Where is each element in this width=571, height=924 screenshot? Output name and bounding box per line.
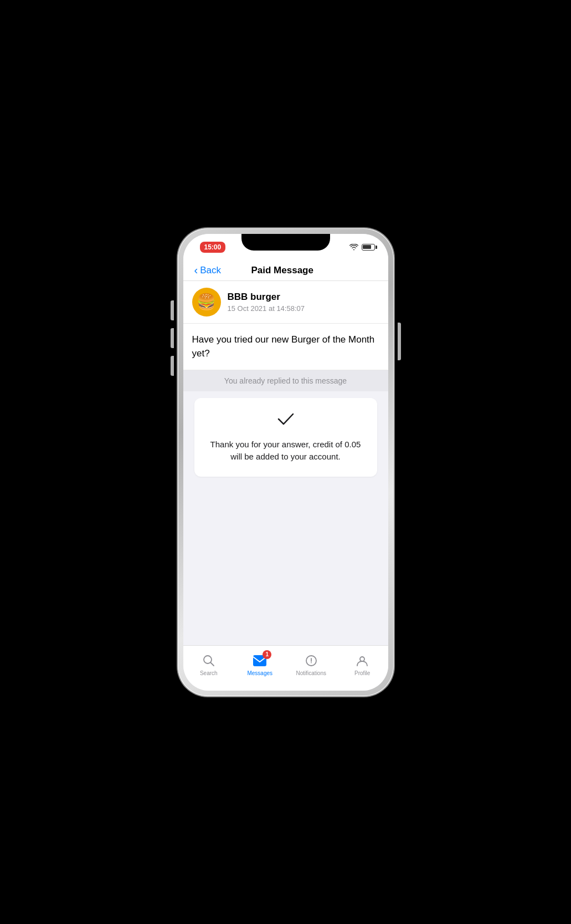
- reply-card-text: Thank you for your answer, credit of 0.0…: [205, 438, 366, 463]
- svg-point-5: [360, 657, 364, 661]
- already-replied-text: You already replied to this message: [224, 376, 347, 385]
- notifications-icon: [304, 654, 318, 668]
- battery-icon: [362, 244, 375, 251]
- sender-date: 15 Oct 2021 at 14:58:07: [228, 304, 305, 313]
- sender-row: 🍔 BBB burger 15 Oct 2021 at 14:58:07: [183, 281, 388, 324]
- notch: [241, 234, 330, 251]
- tab-search[interactable]: Search: [183, 649, 235, 676]
- sender-name: BBB burger: [228, 292, 305, 303]
- tab-profile-label: Profile: [354, 670, 370, 676]
- checkmark-icon: [277, 411, 295, 431]
- back-label: Back: [200, 265, 221, 276]
- tab-notifications-label: Notifications: [296, 670, 326, 676]
- tab-profile[interactable]: Profile: [337, 649, 388, 676]
- already-replied-banner: You already replied to this message: [183, 370, 388, 391]
- svg-point-4: [311, 662, 312, 663]
- status-time: 15:00: [200, 242, 226, 253]
- burger-emoji: 🍔: [197, 293, 216, 311]
- nav-bar: ‹ Back Paid Message: [183, 258, 388, 281]
- page-title: Paid Message: [221, 265, 344, 276]
- tab-messages-label: Messages: [247, 670, 272, 676]
- phone-frame: 15:00 ‹ Back Paid Message: [178, 228, 394, 696]
- back-button[interactable]: ‹ Back: [194, 265, 221, 276]
- phone-screen: 15:00 ‹ Back Paid Message: [183, 234, 388, 691]
- messages-badge: 1: [263, 650, 271, 659]
- message-text: Have you tried our new Burger of the Mon…: [192, 333, 379, 361]
- profile-icon: [355, 654, 369, 668]
- reply-card: Thank you for your answer, credit of 0.0…: [194, 398, 377, 477]
- search-icon: [202, 654, 216, 668]
- back-chevron-icon: ‹: [194, 264, 198, 275]
- tab-bar: Search 1 Messages: [183, 645, 388, 691]
- sender-info: BBB burger 15 Oct 2021 at 14:58:07: [228, 292, 305, 313]
- messages-icon: 1: [253, 654, 267, 668]
- tab-notifications[interactable]: Notifications: [286, 649, 337, 676]
- wifi-icon: [349, 244, 358, 251]
- sender-avatar: 🍔: [192, 288, 221, 316]
- status-icons: [349, 244, 375, 251]
- message-content: Have you tried our new Burger of the Mon…: [183, 324, 388, 370]
- tab-messages[interactable]: 1 Messages: [234, 649, 286, 676]
- tab-search-label: Search: [200, 670, 218, 676]
- main-area: You already replied to this message Than…: [183, 370, 388, 645]
